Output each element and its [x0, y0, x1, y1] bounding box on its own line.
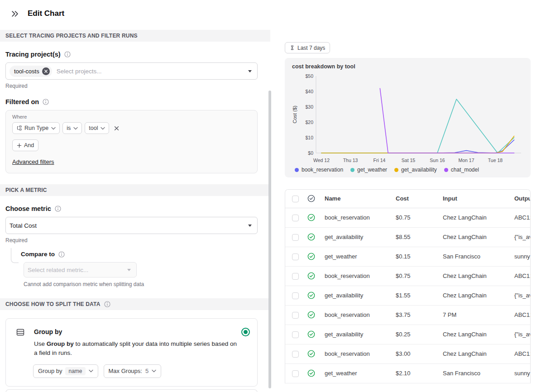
run-input-cell: San Francisco [439, 247, 510, 266]
remove-filter-icon[interactable] [113, 125, 120, 132]
run-row[interactable]: book_reservation$0.75Chez LangChainABC12 [285, 266, 531, 286]
selected-project-chip: tool-costs [10, 66, 52, 77]
legend-label: get_availability [401, 167, 437, 173]
run-cost-cell: $0.15 [392, 247, 439, 266]
row-checkbox[interactable] [292, 331, 299, 338]
filtered-on-label: Filtered on [5, 98, 258, 105]
run-name-cell: get_weather [321, 363, 392, 383]
y-tick-label: $30 [305, 104, 313, 110]
run-row[interactable]: get_availability$1.55Chez LangChain{"is_… [285, 286, 531, 305]
run-cost-cell: $8.55 [392, 227, 439, 247]
legend-label: chat_model [451, 167, 479, 173]
run-output-cell: {"is_av [510, 286, 531, 305]
run-cost-cell: $0.25 [392, 325, 439, 344]
info-icon[interactable] [104, 301, 110, 307]
row-checkbox[interactable] [292, 215, 299, 221]
info-icon[interactable] [64, 51, 71, 57]
run-cost-cell: $1.55 [392, 286, 439, 305]
x-tick-label: Sat 15 [402, 158, 416, 163]
add-and-filter-button[interactable]: And [12, 139, 38, 151]
table-header-row: Name Cost Input Output [285, 190, 531, 208]
legend-item-get_availability[interactable]: get_availability [394, 167, 437, 173]
filter-field-dropdown[interactable]: Run Type [12, 122, 60, 134]
info-icon[interactable] [58, 251, 65, 258]
run-row[interactable]: get_availability$0.25Chez LangChain{"is_… [285, 325, 531, 344]
row-checkbox[interactable] [292, 273, 299, 280]
series-line-book_reservation [321, 140, 514, 153]
chevron-down-icon [89, 369, 93, 373]
vertical-scrollbar[interactable] [268, 91, 271, 388]
legend-dot [295, 168, 299, 172]
advanced-filters-link[interactable]: Advanced filters [12, 158, 54, 165]
run-row[interactable]: get_weather$0.15San Franciscosunny [285, 247, 531, 266]
runs-table: Name Cost Input Output book_reservation$… [285, 190, 531, 383]
success-status-icon [307, 272, 316, 280]
run-input-cell: Chez LangChain [439, 344, 510, 363]
run-name-cell: get_availability [321, 227, 392, 247]
col-header-output: Output [510, 190, 531, 208]
run-input-cell: Chez LangChain [439, 286, 510, 305]
run-name-cell: get_availability [321, 325, 392, 344]
success-status-icon [307, 349, 316, 358]
run-output-cell: sunny [510, 247, 531, 266]
run-row[interactable]: book_reservation$3.00Chez LangChainABC12 [285, 344, 531, 363]
run-output-cell: ABC12 [510, 208, 531, 227]
y-axis-label: Cost ($) [292, 105, 297, 123]
row-checkbox[interactable] [292, 234, 299, 241]
legend-item-book_reservation[interactable]: book_reservation [295, 167, 343, 173]
col-header-cost: Cost [392, 190, 439, 208]
group-by-field-dropdown[interactable]: Group by name [33, 364, 98, 378]
run-output-cell: {"is_av [510, 325, 531, 344]
legend-dot [350, 168, 354, 172]
row-checkbox[interactable] [292, 370, 299, 377]
filter-operator-dropdown[interactable]: is [62, 122, 82, 134]
row-checkbox[interactable] [292, 312, 299, 319]
run-row[interactable]: get_weather$2.10San Franciscosunny [285, 363, 531, 383]
row-checkbox[interactable] [292, 253, 299, 260]
projects-select[interactable]: tool-costs Select projects... [5, 62, 258, 80]
run-row[interactable]: get_availability$8.55Chez LangChain{"is_… [285, 227, 531, 247]
expand-sidebar-icon[interactable] [9, 8, 20, 19]
select-all-checkbox[interactable] [292, 196, 299, 202]
run-cost-cell: $2.10 [392, 363, 439, 383]
run-input-cell: Chez LangChain [439, 227, 510, 247]
chart-legend: book_reservationget_weatherget_availabil… [295, 167, 531, 173]
required-hint: Required [5, 237, 258, 244]
col-header-name: Name [321, 190, 392, 208]
compare-placeholder: Select related metric... [28, 267, 88, 273]
row-checkbox[interactable] [292, 351, 299, 358]
y-tick-label: $40 [305, 89, 313, 94]
time-range-chip[interactable]: Last 7 days [285, 42, 330, 53]
compare-note: Cannot add comparison metric when splitt… [24, 281, 258, 287]
run-row[interactable]: book_reservation$0.75Chez LangChainABC12 [285, 208, 531, 227]
info-icon[interactable] [43, 99, 49, 105]
max-groups-dropdown[interactable]: Max Groups: 5 [104, 364, 162, 378]
row-checkbox[interactable] [292, 292, 299, 299]
run-row[interactable]: book_reservation$3.757 PMABC12 [285, 305, 531, 325]
legend-item-chat_model[interactable]: chat_model [444, 167, 479, 173]
run-output-cell: ABC12 [510, 305, 531, 325]
compare-metric-select[interactable]: Select related metric... [24, 262, 137, 277]
remove-project-icon[interactable] [42, 67, 50, 75]
chevron-down-icon [101, 127, 105, 130]
chevron-down-icon [73, 127, 78, 130]
chart-axes [316, 76, 521, 153]
run-name-cell: book_reservation [321, 266, 392, 286]
run-input-cell: 7 PM [439, 305, 510, 325]
metric-select[interactable]: Total Cost [5, 217, 258, 234]
group-by-title: Group by [34, 327, 62, 337]
chevron-down-icon [248, 70, 252, 72]
edit-chart-panel: SELECT TRACING PROJECTS AND FILTER RUNS … [0, 27, 270, 392]
filter-value-dropdown[interactable]: tool [85, 122, 109, 134]
group-by-card[interactable]: Group by Use Group by to automatically s… [5, 318, 258, 387]
run-type-icon [16, 125, 22, 131]
x-tick-label: Tue 18 [488, 158, 503, 163]
hourglass-icon [290, 45, 295, 50]
run-output-cell: sunny [510, 363, 531, 383]
run-output-cell: ABC12 [510, 344, 531, 363]
projects-placeholder: Select projects... [57, 68, 102, 75]
group-by-radio-selected[interactable] [241, 328, 250, 336]
info-icon[interactable] [55, 206, 61, 212]
y-tick-label: $10 [305, 135, 313, 140]
legend-item-get_weather[interactable]: get_weather [350, 167, 387, 173]
